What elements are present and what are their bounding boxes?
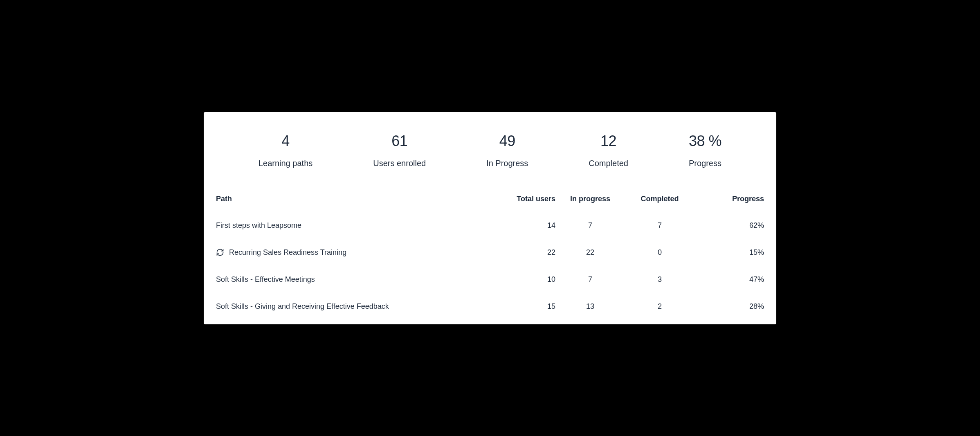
cell-in-progress: 22: [555, 248, 625, 257]
stat-users-enrolled: 61 Users enrolled: [373, 133, 426, 168]
cell-progress: 47%: [695, 275, 764, 284]
cell-completed: 0: [625, 248, 695, 257]
col-total-users[interactable]: Total users: [486, 195, 555, 203]
stat-value: 49: [499, 133, 515, 150]
path-cell: First steps with Leapsome: [216, 221, 486, 230]
path-name: First steps with Leapsome: [216, 221, 301, 230]
path-name: Soft Skills - Effective Meetings: [216, 275, 315, 284]
table-row[interactable]: First steps with Leapsome147762%: [204, 212, 776, 239]
path-cell: Soft Skills - Giving and Receiving Effec…: [216, 302, 486, 311]
cell-completed: 3: [625, 275, 695, 284]
stat-label: Learning paths: [258, 159, 312, 168]
cell-in-progress: 13: [555, 302, 625, 311]
stat-learning-paths: 4 Learning paths: [258, 133, 312, 168]
cell-progress: 62%: [695, 221, 764, 230]
cell-path: First steps with Leapsome: [216, 221, 486, 230]
stat-value: 61: [391, 133, 407, 150]
table-body: First steps with Leapsome147762% Recurri…: [204, 212, 776, 320]
cell-path: Recurring Sales Readiness Training: [216, 248, 486, 257]
recurring-icon: [216, 248, 224, 256]
path-cell: Recurring Sales Readiness Training: [216, 248, 486, 257]
cell-total-users: 10: [486, 275, 555, 284]
cell-progress: 15%: [695, 248, 764, 257]
cell-total-users: 14: [486, 221, 555, 230]
table-row[interactable]: Recurring Sales Readiness Training222201…: [204, 239, 776, 266]
stat-value: 38 %: [689, 133, 722, 150]
col-completed[interactable]: Completed: [625, 195, 695, 203]
stat-value: 12: [600, 133, 616, 150]
stat-label: Progress: [689, 159, 722, 168]
table-row[interactable]: Soft Skills - Giving and Receiving Effec…: [204, 293, 776, 320]
cell-total-users: 22: [486, 248, 555, 257]
path-name: Recurring Sales Readiness Training: [229, 248, 346, 257]
col-in-progress[interactable]: In progress: [555, 195, 625, 203]
learning-paths-card: 4 Learning paths 61 Users enrolled 49 In…: [204, 112, 776, 324]
cell-path: Soft Skills - Giving and Receiving Effec…: [216, 302, 486, 311]
cell-progress: 28%: [695, 302, 764, 311]
stat-label: In Progress: [486, 159, 528, 168]
table-header: Path Total users In progress Completed P…: [204, 193, 776, 212]
path-name: Soft Skills - Giving and Receiving Effec…: [216, 302, 389, 311]
stat-in-progress: 49 In Progress: [486, 133, 528, 168]
cell-in-progress: 7: [555, 221, 625, 230]
cell-total-users: 15: [486, 302, 555, 311]
stat-label: Users enrolled: [373, 159, 426, 168]
cell-in-progress: 7: [555, 275, 625, 284]
paths-table: Path Total users In progress Completed P…: [204, 193, 776, 320]
stat-progress: 38 % Progress: [689, 133, 722, 168]
cell-completed: 7: [625, 221, 695, 230]
cell-path: Soft Skills - Effective Meetings: [216, 275, 486, 284]
stats-row: 4 Learning paths 61 Users enrolled 49 In…: [204, 133, 776, 193]
path-cell: Soft Skills - Effective Meetings: [216, 275, 486, 284]
col-path[interactable]: Path: [216, 195, 486, 203]
table-row[interactable]: Soft Skills - Effective Meetings107347%: [204, 266, 776, 293]
cell-completed: 2: [625, 302, 695, 311]
stat-value: 4: [281, 133, 290, 150]
col-progress[interactable]: Progress: [695, 195, 764, 203]
stat-label: Completed: [589, 159, 628, 168]
stat-completed: 12 Completed: [589, 133, 628, 168]
